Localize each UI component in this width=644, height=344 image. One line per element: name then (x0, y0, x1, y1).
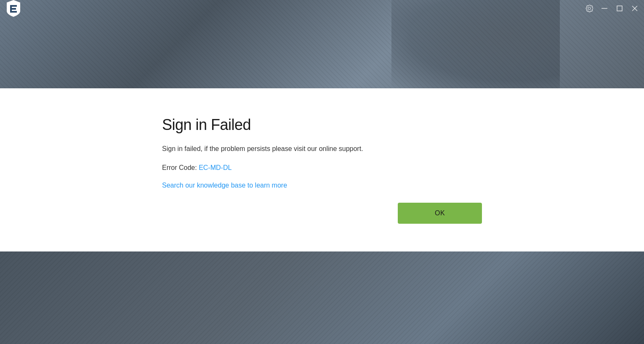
settings-button[interactable] (585, 4, 593, 13)
minimize-button[interactable] (600, 4, 609, 13)
error-code-line: Error Code: EC-MD-DL (162, 164, 482, 172)
knowledge-base-link[interactable]: Search our knowledge base to learn more (162, 182, 482, 189)
epic-games-logo (5, 0, 22, 19)
close-button[interactable] (631, 4, 639, 13)
dialog-container: Sign in Failed Sign in failed, if the pr… (0, 88, 644, 251)
ok-button[interactable]: OK (398, 203, 482, 224)
dialog-message: Sign in failed, if the problem persists … (162, 144, 482, 154)
app-logo (5, 0, 22, 19)
titlebar (0, 0, 644, 17)
window-controls (585, 4, 639, 13)
svg-rect-1 (617, 6, 622, 11)
error-code-prefix: Error Code: (162, 164, 199, 171)
dialog-title: Sign in Failed (162, 116, 482, 134)
error-code-link[interactable]: EC-MD-DL (199, 164, 232, 171)
background-bottom (0, 251, 644, 344)
maximize-button[interactable] (615, 4, 624, 13)
dialog-content: Sign in Failed Sign in failed, if the pr… (162, 99, 482, 241)
